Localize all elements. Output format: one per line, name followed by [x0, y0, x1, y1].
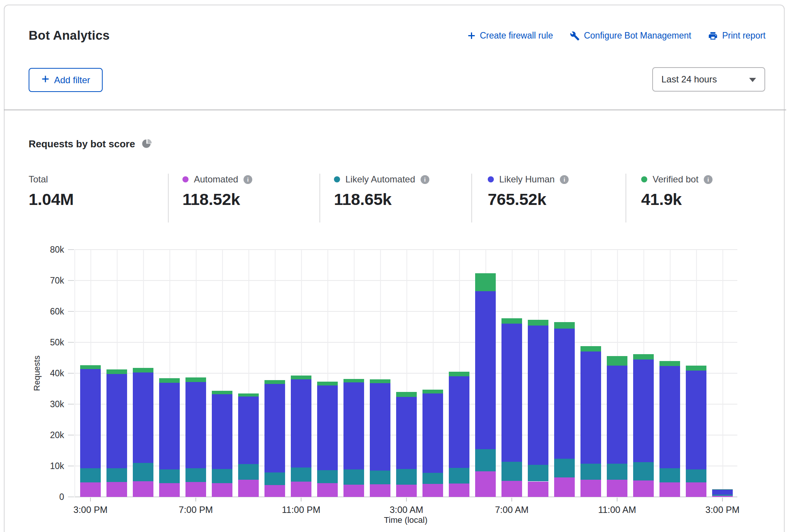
bar-segment-likely-human[interactable] — [343, 382, 364, 469]
bar-segment-verified-bot[interactable] — [370, 379, 390, 383]
bar-segment-verified-bot[interactable] — [291, 376, 311, 379]
bar-segment-automated[interactable] — [185, 482, 206, 497]
bar-segment-automated[interactable] — [133, 481, 153, 497]
bar-segment-likely-automated[interactable] — [106, 468, 127, 482]
bar-segment-likely-automated[interactable] — [291, 468, 311, 482]
bar-segment-likely-automated[interactable] — [686, 469, 706, 482]
bar-segment-verified-bot[interactable] — [80, 365, 101, 369]
bar-segment-likely-automated[interactable] — [607, 464, 627, 480]
bar-segment-verified-bot[interactable] — [343, 379, 364, 382]
bar-segment-likely-human[interactable] — [291, 379, 311, 468]
bar-segment-automated[interactable] — [159, 483, 180, 497]
bar-segment-verified-bot[interactable] — [396, 392, 417, 397]
bar-segment-likely-human[interactable] — [607, 366, 627, 464]
bar-segment-automated[interactable] — [501, 481, 522, 497]
bar-segment-likely-automated[interactable] — [712, 495, 733, 495]
bar-segment-automated[interactable] — [449, 484, 469, 497]
bar-segment-automated[interactable] — [607, 480, 627, 497]
bar-segment-verified-bot[interactable] — [238, 393, 259, 397]
bar-segment-automated[interactable] — [370, 484, 390, 497]
bar-segment-likely-automated[interactable] — [185, 468, 206, 482]
bar-segment-likely-automated[interactable] — [80, 468, 101, 482]
bar-segment-verified-bot[interactable] — [449, 372, 469, 376]
bar-segment-likely-human[interactable] — [633, 360, 654, 462]
bar-segment-automated[interactable] — [422, 484, 443, 497]
bar-segment-verified-bot[interactable] — [106, 369, 127, 374]
bar-segment-automated[interactable] — [580, 480, 601, 497]
bar-segment-likely-human[interactable] — [106, 374, 127, 469]
bar-segment-likely-human[interactable] — [238, 397, 259, 464]
bar-segment-likely-human[interactable] — [185, 382, 206, 468]
bar-segment-automated[interactable] — [264, 485, 285, 497]
bar-segment-automated[interactable] — [554, 477, 575, 497]
bar-segment-automated[interactable] — [106, 482, 127, 497]
bar-segment-likely-human[interactable] — [554, 329, 575, 459]
bar-segment-likely-automated[interactable] — [528, 465, 548, 482]
bar-segment-likely-automated[interactable] — [396, 469, 417, 485]
bar-segment-likely-automated[interactable] — [422, 473, 443, 484]
bar-segment-likely-human[interactable] — [370, 383, 390, 471]
bar-segment-automated[interactable] — [475, 471, 496, 497]
bar-segment-likely-human[interactable] — [422, 393, 443, 472]
bar-segment-likely-automated[interactable] — [633, 462, 654, 480]
bar-segment-likely-human[interactable] — [712, 490, 733, 495]
bar-segment-likely-automated[interactable] — [475, 449, 496, 471]
bar-segment-likely-automated[interactable] — [554, 459, 575, 477]
bar-segment-verified-bot[interactable] — [554, 322, 575, 328]
bar-segment-likely-automated[interactable] — [212, 469, 232, 483]
bar-segment-verified-bot[interactable] — [422, 390, 443, 394]
bar-segment-likely-human[interactable] — [317, 385, 338, 470]
bar-segment-likely-automated[interactable] — [449, 468, 469, 484]
bar-segment-automated[interactable] — [343, 485, 364, 497]
bar-segment-automated[interactable] — [528, 482, 548, 497]
bar-segment-verified-bot[interactable] — [185, 377, 206, 382]
bar-segment-likely-automated[interactable] — [317, 470, 338, 484]
bar-segment-likely-automated[interactable] — [370, 471, 390, 484]
bar-segment-likely-human[interactable] — [212, 394, 232, 469]
bar-segment-automated[interactable] — [396, 485, 417, 497]
bar-segment-verified-bot[interactable] — [212, 391, 232, 394]
bar-segment-likely-automated[interactable] — [133, 463, 153, 481]
bar-segment-verified-bot[interactable] — [712, 489, 733, 490]
bar-segment-automated[interactable] — [712, 496, 733, 497]
bar-segment-likely-human[interactable] — [80, 369, 101, 468]
bar-segment-likely-human[interactable] — [686, 371, 706, 469]
bar-segment-likely-automated[interactable] — [343, 469, 364, 485]
bar-segment-verified-bot[interactable] — [264, 380, 285, 384]
bar-segment-likely-automated[interactable] — [159, 469, 180, 483]
bar-segment-likely-human[interactable] — [449, 376, 469, 468]
bar-segment-likely-automated[interactable] — [501, 462, 522, 480]
bar-segment-likely-human[interactable] — [659, 366, 680, 468]
bar-segment-likely-automated[interactable] — [580, 464, 601, 480]
bar-segment-verified-bot[interactable] — [607, 356, 627, 365]
bar-segment-automated[interactable] — [238, 480, 259, 497]
bar-segment-likely-automated[interactable] — [659, 468, 680, 482]
bar-segment-verified-bot[interactable] — [475, 273, 496, 291]
bar-segment-verified-bot[interactable] — [317, 382, 338, 386]
bar-segment-likely-automated[interactable] — [238, 464, 259, 480]
bar-segment-automated[interactable] — [80, 482, 101, 497]
bar-segment-verified-bot[interactable] — [686, 366, 706, 371]
bar-segment-verified-bot[interactable] — [659, 361, 680, 366]
bar-segment-verified-bot[interactable] — [501, 318, 522, 324]
bar-segment-verified-bot[interactable] — [528, 320, 548, 326]
bar-segment-verified-bot[interactable] — [633, 354, 654, 360]
bar-segment-likely-human[interactable] — [580, 351, 601, 463]
bar-segment-automated[interactable] — [659, 482, 680, 497]
bar-segment-likely-human[interactable] — [475, 291, 496, 449]
bar-segment-likely-human[interactable] — [264, 384, 285, 472]
bar-segment-automated[interactable] — [633, 480, 654, 497]
bar-segment-automated[interactable] — [686, 482, 706, 497]
bar-segment-verified-bot[interactable] — [133, 368, 153, 372]
bar-segment-verified-bot[interactable] — [580, 346, 601, 352]
bar-segment-likely-human[interactable] — [396, 397, 417, 469]
bar-segment-likely-human[interactable] — [501, 324, 522, 462]
bar-segment-likely-human[interactable] — [133, 372, 153, 463]
bar-segment-verified-bot[interactable] — [159, 378, 180, 383]
bar-segment-likely-automated[interactable] — [264, 472, 285, 485]
bar-segment-automated[interactable] — [317, 483, 338, 497]
bar-segment-likely-human[interactable] — [528, 326, 548, 465]
bar-segment-likely-human[interactable] — [159, 383, 180, 469]
bar-segment-automated[interactable] — [291, 482, 311, 497]
bar-segment-automated[interactable] — [212, 483, 232, 497]
